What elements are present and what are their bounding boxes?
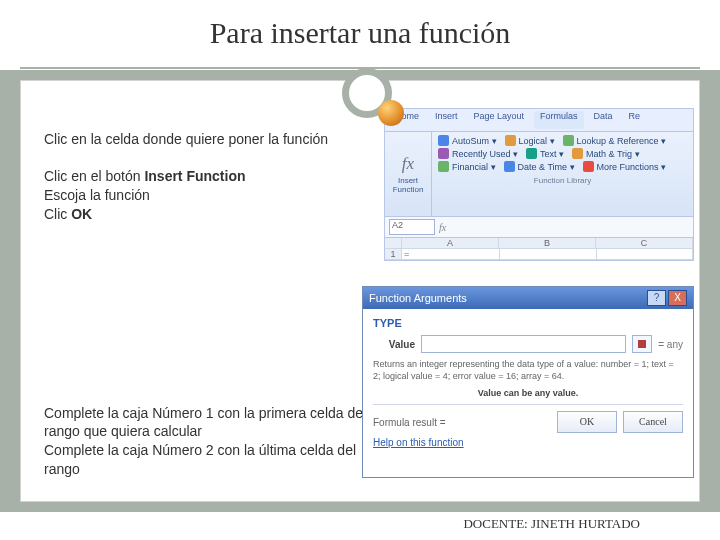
formula-result: Formula result =: [373, 417, 446, 428]
corner-cell[interactable]: [385, 238, 402, 248]
col-B[interactable]: B: [499, 238, 596, 248]
math-button[interactable]: Math & Trig ▾: [572, 148, 640, 159]
value-hint: Value can be any value.: [373, 388, 683, 398]
cell-A1[interactable]: =: [402, 249, 500, 259]
slide: Para insertar una función Clic en la cel…: [0, 0, 720, 540]
close-icon[interactable]: X: [668, 290, 687, 306]
ribbon-body: fx Insert Function AutoSum ▾ Logical ▾ L…: [384, 132, 694, 217]
tab-formulas[interactable]: Formulas: [534, 111, 584, 129]
step-2a-bold: Insert Function: [144, 168, 245, 184]
tab-review[interactable]: Re: [623, 111, 647, 129]
tab-page-layout[interactable]: Page Layout: [468, 111, 531, 129]
fx-label: Insert Function: [385, 176, 431, 194]
row-1-header[interactable]: 1: [385, 249, 402, 259]
math-icon: [572, 148, 583, 159]
help-link[interactable]: Help on this function: [373, 437, 464, 448]
footer-text: DOCENTE: JINETH HURTADO: [463, 516, 640, 532]
fx-bar-icon[interactable]: fx: [439, 222, 446, 233]
function-name: TYPE: [373, 317, 683, 329]
recent-button[interactable]: Recently Used ▾: [438, 148, 518, 159]
fx-icon: fx: [402, 154, 414, 174]
col-A[interactable]: A: [402, 238, 499, 248]
recent-icon: [438, 148, 449, 159]
range-selector-button[interactable]: [632, 335, 652, 353]
cancel-button[interactable]: Cancel: [623, 411, 683, 433]
datetime-button[interactable]: Date & Time ▾: [504, 161, 575, 172]
autosum-button[interactable]: AutoSum ▾: [438, 135, 497, 146]
eq-any: = any: [658, 339, 683, 350]
arg-label: Value: [373, 339, 415, 350]
financial-button[interactable]: Financial ▾: [438, 161, 496, 172]
dialog-footer: Formula result = OK Cancel: [373, 404, 683, 433]
help-icon[interactable]: ?: [647, 290, 666, 306]
step-1: Clic en la celda donde quiere poner la f…: [44, 130, 344, 149]
clock-icon: [504, 161, 515, 172]
range-icon: [638, 340, 646, 348]
more-functions-button[interactable]: More Functions ▾: [583, 161, 667, 172]
step-3b: Complete la caja Número 2 con la última …: [44, 442, 356, 477]
name-box[interactable]: A2: [389, 219, 435, 235]
step-3: Complete la caja Número 1 con la primera…: [44, 404, 374, 480]
ribbon-tabs: Home Insert Page Layout Formulas Data Re: [384, 108, 694, 132]
dialog-title-text: Function Arguments: [369, 292, 467, 304]
ok-button[interactable]: OK: [557, 411, 617, 433]
argument-row: Value = any: [373, 335, 683, 353]
step-3a: Complete la caja Número 1 con la primera…: [44, 405, 366, 440]
office-button-icon: [378, 100, 404, 126]
lookup-button[interactable]: Lookup & Reference ▾: [563, 135, 667, 146]
logical-icon: [505, 135, 516, 146]
more-icon: [583, 161, 594, 172]
slide-title: Para insertar una función: [0, 16, 720, 50]
financial-icon: [438, 161, 449, 172]
step-2b: Escoja la función: [44, 187, 150, 203]
function-arguments-dialog: Function Arguments ? X TYPE Value = any …: [362, 286, 694, 478]
step-2c-pre: Clic: [44, 206, 71, 222]
cell-C1[interactable]: [597, 249, 693, 259]
logical-button[interactable]: Logical ▾: [505, 135, 555, 146]
sigma-icon: [438, 135, 449, 146]
function-description: Returns an integer representing the data…: [373, 359, 683, 382]
formula-bar: A2 fx: [384, 217, 694, 238]
text-button[interactable]: Text ▾: [526, 148, 564, 159]
step-2c-bold: OK: [71, 206, 92, 222]
ribbon-screenshot: Home Insert Page Layout Formulas Data Re…: [384, 108, 694, 258]
worksheet-grid: A B C 1 =: [384, 238, 694, 261]
text-icon: [526, 148, 537, 159]
group-label: Function Library: [438, 176, 687, 185]
tab-insert[interactable]: Insert: [429, 111, 464, 129]
dialog-body: TYPE Value = any Returns an integer repr…: [363, 309, 693, 456]
insert-function-button[interactable]: fx Insert Function: [385, 132, 432, 216]
value-input[interactable]: [421, 335, 626, 353]
col-C[interactable]: C: [596, 238, 693, 248]
lookup-icon: [563, 135, 574, 146]
step-2a-pre: Clic en el botón: [44, 168, 144, 184]
step-2: Clic en el botón Insert Function Escoja …: [44, 167, 344, 224]
function-library: AutoSum ▾ Logical ▾ Lookup & Reference ▾…: [432, 132, 693, 216]
dialog-titlebar: Function Arguments ? X: [363, 287, 693, 309]
tab-data[interactable]: Data: [588, 111, 619, 129]
cell-B1[interactable]: [500, 249, 596, 259]
